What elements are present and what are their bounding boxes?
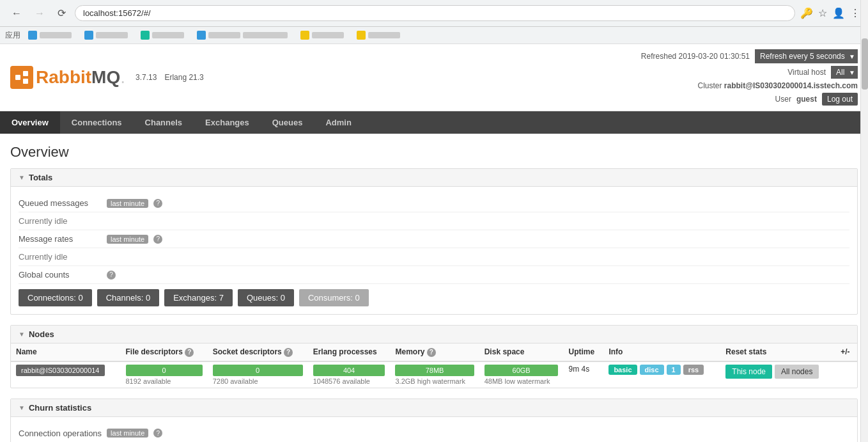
nav-bar: Overview Connections Channels Exchanges … <box>0 111 868 134</box>
refresh-row: Refreshed 2019-03-20 01:30:51 Refresh ev… <box>641 49 858 63</box>
bookmark-5[interactable] <box>295 29 349 41</box>
nav-admin[interactable]: Admin <box>314 111 362 134</box>
churn-header-label: Churn statistics <box>29 403 91 413</box>
churn-section: ▼ Churn statistics Connection operations… <box>10 399 858 443</box>
totals-section-header[interactable]: ▼ Totals <box>11 169 857 187</box>
node-memory-cell: 78MB 3.2GB high watermark <box>390 361 479 388</box>
node-socket-desc-sub: 7280 available <box>213 377 303 385</box>
consumers-count[interactable]: Consumers: 0 <box>299 289 369 306</box>
col-file-descriptors: File descriptors ? <box>121 343 208 361</box>
bookmark-text-3 <box>152 32 184 38</box>
node-reset-cell: This node All nodes <box>720 361 835 388</box>
global-counts-row: Global counts ? <box>19 266 849 284</box>
bookmark-icon-3 <box>141 31 150 40</box>
totals-section-body: Queued messages last minute ? Currently … <box>11 187 857 314</box>
totals-triangle: ▼ <box>19 174 25 181</box>
global-counts-help-icon[interactable]: ? <box>107 271 116 280</box>
address-bar[interactable]: localhost:15672/#/ <box>75 5 795 21</box>
back-button[interactable]: ← <box>8 6 26 20</box>
bookmark-icon-6 <box>357 31 366 40</box>
col-plus-minus[interactable]: +/- <box>835 343 857 361</box>
col-erlang-processes: Erlang processes <box>308 343 391 361</box>
page-title: Overview <box>10 144 858 161</box>
message-rates-help-icon[interactable]: ? <box>153 235 162 244</box>
connection-ops-help-icon[interactable]: ? <box>153 429 162 438</box>
memory-help[interactable]: ? <box>427 348 436 357</box>
bookmark-1[interactable] <box>23 29 77 41</box>
logo-dot: . <box>120 67 125 88</box>
socket-desc-help[interactable]: ? <box>284 348 293 357</box>
node-uptime-cell: 9m 4s <box>563 361 603 388</box>
node-info-cell: basic disc 1 rss <box>603 361 720 388</box>
nav-channels[interactable]: Channels <box>134 111 194 134</box>
bookmark-4[interactable] <box>192 29 293 41</box>
exchanges-count[interactable]: Exchanges: 7 <box>164 289 233 306</box>
top-right: Refreshed 2019-03-20 01:30:51 Refresh ev… <box>641 49 858 106</box>
queues-count[interactable]: Queues: 0 <box>238 289 294 306</box>
nodes-section-header[interactable]: ▼ Nodes <box>11 326 857 343</box>
bookmark-6[interactable] <box>352 29 405 41</box>
version-number: 3.7.13 <box>136 73 157 82</box>
connection-ops-label: Connection operations <box>19 429 102 438</box>
logo: RabbitMQ. <box>10 66 125 89</box>
bookmark-3[interactable] <box>136 29 189 41</box>
currently-idle-1-row: Currently idle <box>19 212 849 230</box>
bookmark-text-2 <box>96 32 128 38</box>
churn-section-header[interactable]: ▼ Churn statistics <box>11 399 857 417</box>
refresh-select-wrapper[interactable]: Refresh every 5 seconds <box>755 49 858 63</box>
svg-rect-0 <box>15 75 20 80</box>
this-node-button[interactable]: This node <box>725 365 772 379</box>
bookmarks-bar: 应用 <box>0 27 868 44</box>
col-socket-descriptors: Socket descriptors ? <box>208 343 308 361</box>
nav-exchanges[interactable]: Exchanges <box>194 111 261 134</box>
message-rates-row: Message rates last minute ? <box>19 230 849 248</box>
node-erlang-sub: 1048576 available <box>313 377 385 385</box>
reload-button[interactable]: ⟳ <box>54 6 70 20</box>
scrollbar[interactable] <box>860 0 868 442</box>
info-badge-1[interactable]: 1 <box>667 365 681 375</box>
queued-badge[interactable]: last minute <box>107 199 148 208</box>
nav-overview[interactable]: Overview <box>0 111 60 134</box>
bookmark-icon-2 <box>84 31 93 40</box>
message-rates-label: Message rates <box>19 234 102 244</box>
connection-ops-badge[interactable]: last minute <box>107 429 148 438</box>
file-desc-help[interactable]: ? <box>185 348 194 357</box>
currently-idle-2: Currently idle <box>19 252 68 262</box>
nav-queues[interactable]: Queues <box>261 111 314 134</box>
forward-button[interactable]: → <box>31 6 49 20</box>
queued-help-icon[interactable]: ? <box>153 199 162 208</box>
logout-button[interactable]: Log out <box>822 93 858 106</box>
bookmark-text-6 <box>368 32 400 38</box>
bookmark-text-4b <box>243 32 288 38</box>
node-socket-desc-cell: 0 7280 available <box>208 361 308 388</box>
global-counts-label: Global counts <box>19 270 102 280</box>
logo-section: RabbitMQ. 3.7.13 Erlang 21.3 <box>10 66 204 89</box>
virtual-host-label: Virtual host <box>787 68 826 77</box>
info-badge-basic[interactable]: basic <box>608 365 637 375</box>
user-value: guest <box>796 95 817 104</box>
node-disk-sub: 48MB low watermark <box>484 377 559 385</box>
vhost-select-wrapper[interactable]: All <box>831 66 858 79</box>
node-name-badge[interactable]: rabbit@IS030302000014 <box>16 365 105 376</box>
account-icon: 👤 <box>832 7 845 19</box>
connections-count[interactable]: Connections: 0 <box>19 289 92 306</box>
col-disk-space: Disk space <box>479 343 564 361</box>
message-rates-badge[interactable]: last minute <box>107 235 148 244</box>
vhost-select[interactable]: All <box>831 66 858 79</box>
node-erlang-cell: 404 1048576 available <box>308 361 391 388</box>
nav-connections[interactable]: Connections <box>60 111 134 134</box>
app-container: RabbitMQ. 3.7.13 Erlang 21.3 Refreshed 2… <box>0 44 868 442</box>
nodes-header-label: Nodes <box>29 329 54 339</box>
star-icon: ☆ <box>818 7 827 19</box>
channels-count[interactable]: Channels: 0 <box>97 289 159 306</box>
all-nodes-button[interactable]: All nodes <box>775 365 819 379</box>
version-info: 3.7.13 Erlang 21.3 <box>136 73 204 82</box>
churn-triangle: ▼ <box>19 404 25 411</box>
refresh-select[interactable]: Refresh every 5 seconds <box>755 49 858 63</box>
bookmark-2[interactable] <box>79 29 133 41</box>
node-name-cell: rabbit@IS030302000014 <box>11 361 121 388</box>
scrollbar-thumb[interactable] <box>862 38 868 90</box>
cluster-row: Cluster rabbit@IS030302000014.isstech.co… <box>641 81 858 90</box>
info-badge-rss[interactable]: rss <box>683 365 704 375</box>
info-badge-disc[interactable]: disc <box>640 365 664 375</box>
